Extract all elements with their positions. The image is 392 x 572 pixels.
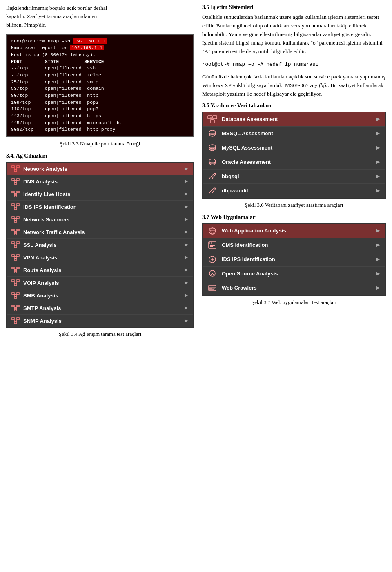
web-application-analysis-icon [207, 226, 218, 235]
svg-rect-44 [17, 242, 19, 244]
identify-live-hosts-icon [11, 190, 20, 198]
intro-line1: İlişkilendirilmemiş boştaki açık portlar… [6, 5, 107, 11]
web-label-open-source-analysis: Open Source Analysis [222, 270, 375, 277]
svg-rect-82 [14, 309, 17, 311]
menu-item-network-scanners[interactable]: Network Scanners ► [7, 213, 193, 226]
svg-line-45 [13, 244, 16, 244]
menu-label-network-scanners: Network Scanners [23, 217, 183, 223]
db-item-dbpwaudit[interactable]: dbpwaudit ► [203, 184, 385, 198]
menu-label-vpn-analysis: VPN Analysis [23, 255, 183, 261]
menu-label-network-traffic-analysis: Network Traffic Analysis [23, 229, 183, 235]
menu-arrow-network-analysis: ► [183, 165, 189, 172]
voip-analysis-icon [11, 279, 20, 286]
svg-rect-85 [14, 320, 17, 322]
menu-item-route-analysis[interactable]: Route Analysis ► [7, 264, 193, 277]
terminal-port-110: 110/tcp open|filtered pop3 [11, 106, 189, 113]
db-item-mssql[interactable]: MSSQL Assessment ► [203, 127, 385, 141]
db-arrow-bbqsql: ► [375, 173, 381, 180]
network-menu: Network Analysis ► DNS Analysis [6, 162, 194, 328]
svg-rect-7 [12, 179, 14, 180]
web-item-ids-ips-identification[interactable]: IDS IPS Identification ► [203, 252, 385, 267]
svg-line-46 [16, 244, 18, 244]
cms-identification-icon [207, 241, 218, 250]
menu-label-identify-live-hosts: Identify Live Hosts [23, 191, 183, 197]
menu-item-dns-analysis[interactable]: DNS Analysis ► [7, 175, 193, 188]
svg-rect-68 [14, 284, 17, 286]
svg-rect-61 [14, 271, 17, 273]
terminal-line-prompt: root@root:~# nmap -sN 192.168.1.1 [11, 38, 189, 45]
menu-item-network-analysis[interactable]: Network Analysis ► [7, 163, 193, 175]
web-ids-ips-icon [207, 255, 218, 264]
menu-item-voip-analysis[interactable]: VOIP Analysis ► [7, 277, 193, 289]
web-label-web-application-analysis: Web Application Analysis [222, 228, 375, 234]
menu-label-snmp-analysis: SNMP Analysis [23, 318, 183, 324]
svg-rect-14 [12, 191, 14, 193]
web-item-web-application-analysis[interactable]: Web Application Analysis ► [203, 224, 385, 238]
fig3-3-caption: Şekil 3.3 Nmap ile port tarama örneği [6, 141, 194, 147]
menu-label-dns-analysis: DNS Analysis [23, 179, 183, 185]
svg-line-10 [13, 180, 16, 181]
svg-rect-84 [12, 318, 14, 320]
svg-rect-1 [14, 168, 17, 170]
svg-rect-19 [14, 195, 17, 197]
terminal-port-443: 443/tcp open|filtered https [11, 113, 189, 120]
svg-rect-16 [17, 191, 19, 193]
svg-rect-33 [14, 221, 17, 222]
web-item-open-source-analysis[interactable]: Open Source Analysis ► [203, 267, 385, 281]
svg-rect-2 [17, 166, 19, 168]
menu-item-identify-live-hosts[interactable]: Identify Live Hosts ► [7, 188, 193, 201]
db-item-mysql[interactable]: MySQL Assessment ► [203, 141, 385, 155]
terminal-screenshot: root@root:~# nmap -sN 192.168.1.1 Nmap s… [6, 34, 194, 137]
route-analysis-icon [11, 266, 20, 274]
svg-point-105 [214, 173, 216, 174]
terminal-port-445: 445/tcp open|filtered microsoft-ds [11, 120, 189, 127]
terminal-port-80: 80/tcp open|filtered http [11, 92, 189, 99]
network-scanners-icon [11, 216, 20, 223]
svg-rect-56 [12, 267, 14, 269]
svg-rect-23 [17, 204, 19, 206]
network-analysis-icon [11, 165, 20, 172]
svg-rect-89 [14, 322, 17, 324]
menu-item-network-traffic-analysis[interactable]: Network Traffic Analysis ► [7, 226, 193, 239]
terminal-port-109: 109/tcp open|filtered pop2 [11, 99, 189, 106]
svg-rect-72 [17, 293, 19, 294]
menu-item-ssl-analysis[interactable]: SSL Analysis ► [7, 239, 193, 251]
db-arrow-mysql: ► [375, 145, 381, 151]
svg-rect-126 [212, 288, 215, 289]
vpn-analysis-icon [11, 254, 20, 261]
web-item-web-crawlers[interactable]: Web Crawlers ► [203, 281, 385, 295]
svg-rect-12 [14, 183, 17, 184]
menu-item-smb-analysis[interactable]: SMB Analysis ► [7, 289, 193, 302]
terminal-port-8080: 8080/tcp open|filtered http-proxy [11, 126, 189, 133]
svg-rect-21 [12, 204, 14, 206]
database-assessment-icon [207, 115, 218, 124]
web-arrow-web-crawlers: ► [375, 285, 381, 291]
db-item-bbqsql[interactable]: bbqsql ► [203, 170, 385, 184]
svg-point-115 [211, 242, 212, 243]
web-arrow-open-source-analysis: ► [375, 270, 381, 277]
menu-item-smtp-analysis[interactable]: SMTP Analysis ► [7, 302, 193, 315]
web-item-cms-identification[interactable]: CMS Identification ► [203, 238, 385, 252]
svg-rect-65 [17, 280, 19, 282]
svg-rect-63 [12, 280, 14, 282]
svg-rect-35 [12, 229, 14, 231]
db-item-database-assessment[interactable]: Database Assessment ► [203, 112, 385, 127]
db-arrow-mssql: ► [375, 130, 381, 137]
menu-arrow-voip-analysis: ► [183, 279, 189, 286]
db-arrow-database-assessment: ► [375, 116, 381, 123]
menu-item-ids-ips-identification[interactable]: IDS IPS Identification ► [7, 201, 193, 213]
menu-item-snmp-analysis[interactable]: SNMP Analysis ► [7, 315, 193, 327]
svg-line-38 [13, 231, 16, 231]
menu-label-route-analysis: Route Analysis [23, 267, 183, 273]
menu-item-vpn-analysis[interactable]: VPN Analysis ► [7, 251, 193, 264]
svg-line-18 [16, 193, 18, 193]
db-label-dbpwaudit: dbpwaudit [222, 188, 375, 194]
svg-line-17 [13, 193, 16, 193]
fig3-7-caption: Şekil 3.7 Web uygulamaları test araçları [202, 299, 386, 306]
menu-label-smb-analysis: SMB Analysis [23, 293, 183, 299]
db-arrow-dbpwaudit: ► [375, 188, 381, 194]
svg-rect-58 [17, 267, 19, 269]
svg-line-73 [13, 294, 16, 295]
ids-ips-icon [11, 203, 20, 210]
db-item-oracle[interactable]: Oracle Assessment ► [203, 155, 385, 170]
